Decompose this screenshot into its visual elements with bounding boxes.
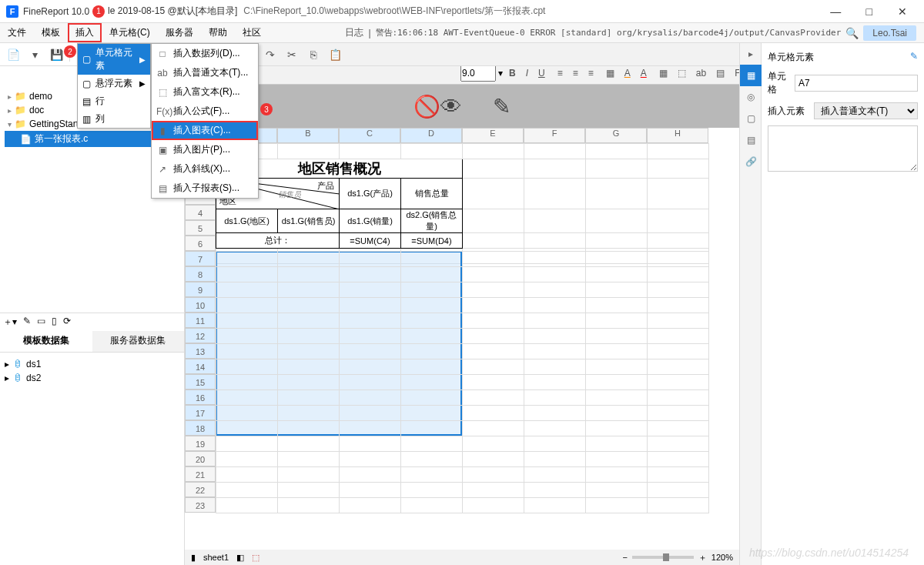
row-20[interactable]: 20: [185, 451, 216, 466]
d4[interactable]: ds2.G(销售总量): [401, 209, 463, 233]
row-13[interactable]: 13: [185, 343, 216, 359]
row-5[interactable]: 5: [185, 220, 216, 236]
menu-server[interactable]: 服务器: [158, 23, 201, 42]
ds-refresh-icon[interactable]: ⟳: [63, 316, 71, 329]
submenu-insert-subreport[interactable]: ▤插入子报表(S)...: [152, 179, 258, 198]
menu-community[interactable]: 社区: [235, 23, 269, 42]
col-G[interactable]: G: [585, 128, 647, 143]
richtext-icon[interactable]: ▤: [712, 65, 728, 82]
submenu-insert-image[interactable]: ▣插入图片(P)...: [152, 140, 258, 159]
ds-add-icon[interactable]: ＋▾: [3, 316, 17, 329]
dataset-ds2[interactable]: ▸🛢ds2: [5, 371, 179, 385]
dataset-ds1[interactable]: ▸🛢ds1: [5, 357, 179, 371]
c4[interactable]: ds1.G(销量): [340, 209, 401, 233]
font-color-icon[interactable]: A: [637, 65, 651, 82]
b5[interactable]: 总计：: [216, 233, 340, 249]
submenu-insert-text[interactable]: ab插入普通文本(T)...: [152, 63, 258, 82]
col-C[interactable]: C: [339, 128, 400, 143]
c5[interactable]: =SUM(C4): [340, 233, 401, 249]
border-icon[interactable]: ▦: [602, 65, 618, 82]
underline-button[interactable]: U: [534, 65, 549, 82]
d3[interactable]: 销售总量: [401, 179, 463, 209]
cells[interactable]: 地区销售概况 产品 销售员 地区 ds1.G(产品) 销售总量 ds1.G(地区…: [216, 143, 739, 550]
grid[interactable]: A B C D E F G H 123456789101112131415161…: [185, 128, 739, 565]
search-icon[interactable]: 🔍: [845, 27, 859, 39]
cut-icon[interactable]: ✂: [283, 46, 300, 63]
align-left-icon[interactable]: ≡: [554, 65, 567, 82]
submenu-insert-chart[interactable]: ▮插入图表(C)...: [152, 121, 258, 140]
menu-template[interactable]: 模板: [34, 23, 68, 42]
eye-off-icon[interactable]: 🚫👁: [413, 94, 462, 119]
text-icon[interactable]: ab: [692, 65, 710, 82]
menu-file[interactable]: 文件: [0, 23, 34, 42]
row-10[interactable]: 10: [185, 297, 216, 313]
sheet-icon2[interactable]: ⬚: [252, 553, 259, 563]
window-close[interactable]: ✕: [887, 5, 918, 18]
window-min[interactable]: —: [820, 5, 851, 18]
row-11[interactable]: 11: [185, 313, 216, 328]
menu-cell[interactable]: 单元格(C): [102, 23, 158, 42]
redo-icon[interactable]: ↷: [262, 46, 279, 63]
rtab-square-icon[interactable]: ▢: [740, 108, 762, 129]
d5[interactable]: =SUM(D4): [401, 233, 463, 249]
fill-color-icon[interactable]: A: [621, 65, 634, 82]
bold-button[interactable]: B: [505, 65, 520, 82]
row-18[interactable]: 18: [185, 420, 216, 436]
submenu-cell-element[interactable]: ▢单元格元素▶: [78, 44, 150, 75]
open-folder-icon[interactable]: ▾: [26, 46, 43, 63]
ds-edit-icon[interactable]: ✎: [23, 316, 31, 329]
col-B[interactable]: B: [277, 128, 339, 143]
insert-type-select[interactable]: 插入普通文本(T): [814, 102, 918, 119]
log-label[interactable]: 日志: [345, 26, 363, 39]
cell-ref-input[interactable]: [795, 75, 918, 92]
ds-delete-icon[interactable]: ▭: [37, 316, 45, 329]
italic-button[interactable]: I: [522, 65, 532, 82]
col-F[interactable]: F: [524, 128, 585, 143]
window-max[interactable]: □: [854, 5, 885, 18]
font-size-input[interactable]: [460, 65, 496, 82]
submenu-insert-formula[interactable]: F(x)插入公式(F)...: [152, 102, 258, 121]
zoom-in-icon[interactable]: ＋: [698, 552, 707, 563]
col-D[interactable]: D: [400, 128, 462, 143]
submenu-insert-richtext[interactable]: ⬚插入富文本(R)...: [152, 82, 258, 102]
row-7[interactable]: 7: [185, 251, 216, 266]
insert-table-icon[interactable]: ▦: [655, 65, 671, 82]
row-19[interactable]: 19: [185, 436, 216, 451]
copy-icon[interactable]: ⎘: [305, 46, 322, 63]
edit-big-icon[interactable]: ✎: [493, 94, 511, 119]
save-icon[interactable]: 💾: [48, 46, 65, 63]
submenu-row[interactable]: ▤行: [78, 92, 150, 110]
menu-help[interactable]: 帮助: [201, 23, 235, 42]
sheet-icon1[interactable]: ◧: [236, 553, 244, 563]
row-22[interactable]: 22: [185, 482, 216, 497]
rtab-link-icon[interactable]: 🔗: [740, 151, 762, 172]
tab-server-ds[interactable]: 服务器数据集: [92, 331, 185, 352]
formula-btn-icon[interactable]: F(x): [731, 65, 739, 82]
col-H[interactable]: H: [647, 128, 708, 143]
submenu-insert-datacolumn[interactable]: □插入数据列(D)...: [152, 44, 258, 63]
row-15[interactable]: 15: [185, 374, 216, 389]
tab-template-ds[interactable]: 模板数据集: [0, 331, 92, 352]
merge-icon[interactable]: ⬚: [674, 65, 690, 82]
row-23[interactable]: 23: [185, 497, 216, 513]
paste-icon[interactable]: 📋: [326, 46, 343, 63]
row-12[interactable]: 12: [185, 328, 216, 343]
b4[interactable]: ds1.G(销售员): [278, 209, 340, 233]
sheet-tab[interactable]: sheet1: [203, 553, 229, 562]
zoom-out-icon[interactable]: −: [622, 553, 627, 562]
row-6[interactable]: 6: [185, 236, 216, 251]
rtab-collapse-icon[interactable]: ▸: [740, 43, 762, 65]
row-14[interactable]: 14: [185, 359, 216, 374]
content-textarea[interactable]: [768, 125, 918, 172]
align-right-icon[interactable]: ≡: [584, 65, 598, 82]
submenu-float-element[interactable]: ▢悬浮元素▶: [78, 75, 150, 92]
rtab-grid-icon[interactable]: ▦: [740, 65, 762, 86]
a4[interactable]: ds1.G(地区): [216, 209, 278, 233]
submenu-insert-slash[interactable]: ↗插入斜线(X)...: [152, 159, 258, 179]
row-17[interactable]: 17: [185, 405, 216, 420]
row-8[interactable]: 8: [185, 266, 216, 282]
ds-copy-icon[interactable]: ▯: [52, 316, 57, 329]
user-badge[interactable]: Leo.Tsai: [863, 25, 916, 41]
menu-insert[interactable]: 插入: [68, 23, 102, 42]
rtab-target-icon[interactable]: ◎: [740, 86, 762, 108]
